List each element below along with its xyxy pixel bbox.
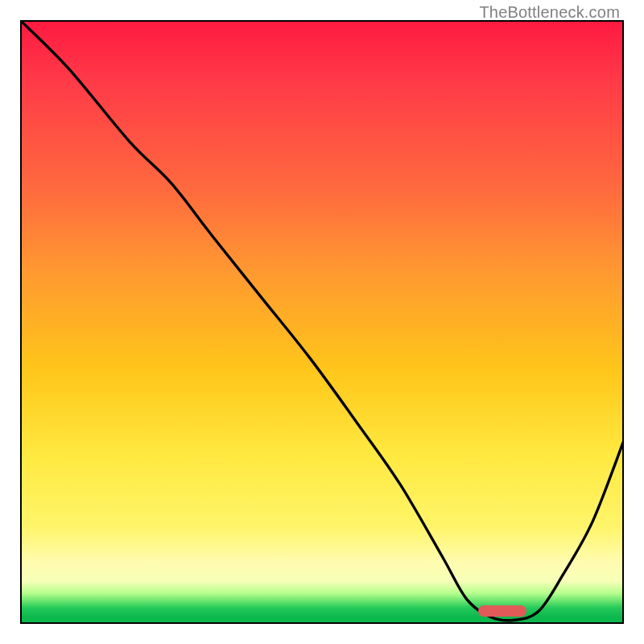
bottleneck-curve-path (21, 21, 623, 621)
bottleneck-chart: TheBottleneck.com (0, 0, 644, 644)
optimal-range-marker (478, 605, 526, 617)
watermark-text: TheBottleneck.com (479, 3, 620, 22)
plot-area (21, 21, 623, 623)
curve-layer (21, 21, 623, 623)
